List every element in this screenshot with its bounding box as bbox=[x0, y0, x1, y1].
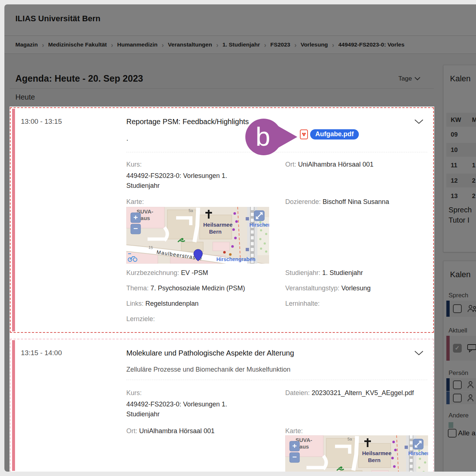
map-housenumber-5a: 5a bbox=[347, 437, 352, 441]
map-housenumber-15: 15 bbox=[148, 245, 153, 250]
studienjahr-value: 1. Studienjahr bbox=[322, 269, 363, 276]
group-label-sprechstunden: Sprech bbox=[449, 292, 468, 299]
event-accent-bar bbox=[12, 109, 15, 331]
map-label-hirschengraber: Hirschengraber bbox=[408, 450, 428, 456]
dateien-value[interactable]: 20230321_Altern_KV5_AEggel.pdf bbox=[312, 389, 414, 397]
event-card-1: 13:00 - 13:15 Reportage PSM: Feedback/Hi… bbox=[10, 107, 434, 333]
calendar-item bbox=[446, 391, 476, 404]
minus-icon: − bbox=[292, 453, 297, 461]
map-label-bern: Bern bbox=[368, 457, 380, 463]
map-label-hirschengraber: Hirschengraber bbox=[249, 222, 269, 228]
calendar-legend-swatch bbox=[449, 422, 453, 428]
breadcrumb-item-magazin[interactable]: Magazin bbox=[15, 41, 38, 48]
calendar-color-bar bbox=[446, 378, 450, 391]
kurs-label: Kurs: bbox=[126, 161, 142, 168]
chevron-right-icon: › bbox=[216, 41, 218, 48]
calendar-selection-panel: Kalen Sprech Aktuell bbox=[443, 261, 476, 472]
event-title[interactable]: Molekulare und Pathologische Aspekte der… bbox=[126, 349, 294, 357]
kw-row-day[interactable]: 2 bbox=[472, 193, 475, 200]
map-label-heilsarmee: Heilsarmee bbox=[362, 450, 391, 456]
lernziele-label: Lernziele: bbox=[126, 315, 155, 323]
map-park bbox=[416, 446, 428, 472]
lerninhalte-label: Lerninhalte: bbox=[285, 300, 320, 307]
location-map[interactable]: SUVA- Haus 5a 15 Heilsarmee Bern Hirsche… bbox=[285, 435, 428, 472]
kw-row-week[interactable]: 09 bbox=[451, 131, 458, 138]
breadcrumb-item-studienjahr[interactable]: 1. Studienjahr bbox=[223, 41, 260, 48]
minus-icon: − bbox=[133, 224, 138, 233]
map-label-heilsarmee: Heilsarmee bbox=[203, 222, 233, 228]
map-expand-button[interactable] bbox=[413, 439, 423, 449]
collapse-toggle[interactable] bbox=[414, 119, 424, 126]
studienjahr-label: Studienjahr: bbox=[285, 269, 320, 276]
chevron-right-icon: › bbox=[332, 41, 334, 48]
attachment-row: Aufgabe.pdf bbox=[300, 129, 359, 140]
map-zoom-in-button[interactable]: + bbox=[131, 213, 141, 223]
chevron-right-icon: › bbox=[161, 41, 164, 48]
ilias-app-window: ILIAS Universität Bern Magazin › Medizin… bbox=[4, 4, 476, 472]
map-zoom-out-button[interactable]: − bbox=[290, 453, 300, 462]
thema-label: Thema: bbox=[126, 285, 149, 292]
kurs-value: 449492-FS2023-0: Vorlesungen 1. Studienj… bbox=[126, 171, 253, 191]
kw-header: KW bbox=[451, 116, 461, 124]
breadcrumb-item-fakultaet[interactable]: Medizinische Fakultät bbox=[48, 41, 107, 48]
dateien-label: Dateien: bbox=[285, 389, 310, 397]
map-building bbox=[340, 471, 362, 472]
event-title[interactable]: Reportage PSM: Feedback/Highlights bbox=[126, 118, 249, 126]
group-label-persoenlich: Persön bbox=[449, 369, 468, 377]
chevron-down-icon bbox=[414, 119, 424, 124]
breadcrumb-item-kurs[interactable]: 449492-FS2023-0: Vorles bbox=[338, 41, 405, 48]
breadcrumb-item-humanmedizin[interactable]: Humanmedizin bbox=[117, 41, 157, 48]
kw-row-week[interactable]: 12 bbox=[451, 177, 458, 185]
kw-row-week[interactable]: 11 bbox=[451, 162, 457, 169]
veranstaltungstyp-label: Veranstaltungstyp: bbox=[285, 285, 339, 292]
kw-row-day[interactable]: 1 bbox=[472, 162, 475, 169]
calendar-checkbox[interactable] bbox=[453, 344, 462, 353]
location-map[interactable]: SUVA- Haus 5a 15 Heilsarmee Bern Hirsche… bbox=[126, 207, 269, 264]
thema-value: 7. Psychosoziale Medizin (PSM) bbox=[150, 285, 245, 292]
chevron-right-icon: › bbox=[42, 41, 44, 48]
people-icon bbox=[467, 304, 476, 313]
collapse-toggle[interactable] bbox=[414, 350, 424, 357]
breadcrumb-item-fs2023[interactable]: FS2023 bbox=[270, 41, 290, 48]
agenda-divider bbox=[10, 88, 434, 89]
karte-label: Karte: bbox=[285, 427, 303, 435]
event-time: 13:15 - 14:00 bbox=[21, 349, 62, 357]
kurzbezeichnung-value: EV -PSM bbox=[181, 269, 208, 276]
breadcrumb: Magazin › Medizinische Fakultät › Humanm… bbox=[4, 36, 476, 54]
attachment-link[interactable]: Aufgabe.pdf bbox=[310, 129, 359, 140]
app-header: ILIAS Universität Bern bbox=[4, 4, 476, 36]
map-housenumber-5a: 5a bbox=[189, 208, 193, 213]
map-building bbox=[213, 242, 230, 251]
day-header: M bbox=[472, 116, 476, 124]
calendar-item bbox=[446, 336, 476, 361]
breadcrumb-item-veranstaltungen[interactable]: Veranstaltungen bbox=[168, 41, 212, 48]
map-building bbox=[372, 471, 388, 472]
ort-value: UniAlhambra Hörsaal 001 bbox=[298, 161, 373, 168]
calendar-panel-title: Kalen bbox=[450, 74, 471, 83]
map-container[interactable]: SUVA- Haus 5a 15 Heilsarmee Bern Hirsche… bbox=[285, 435, 428, 472]
chevron-right-icon: › bbox=[294, 41, 297, 48]
kw-row-week[interactable]: 10 bbox=[451, 146, 458, 154]
map-zoom-out-button[interactable]: − bbox=[131, 224, 141, 234]
group-label-aktuell: Aktuell bbox=[449, 327, 467, 334]
kw-row-week[interactable]: 13 bbox=[451, 193, 458, 200]
map-zoom-in-button[interactable]: + bbox=[290, 441, 300, 451]
chevron-right-icon: › bbox=[264, 41, 266, 48]
select-all-checkbox[interactable] bbox=[448, 429, 457, 438]
calendar-checkbox[interactable] bbox=[453, 304, 462, 313]
calendar-color-bar bbox=[446, 336, 450, 361]
dozierende-label: Dozierende: bbox=[285, 198, 321, 205]
calendar-color-bar bbox=[446, 391, 450, 404]
agenda-section-label: Heute bbox=[15, 93, 35, 101]
annotation-arrow-b: b bbox=[242, 114, 302, 161]
calendar-checkbox[interactable] bbox=[453, 394, 462, 402]
view-dropdown[interactable]: Tage bbox=[398, 75, 420, 82]
kw-row-day[interactable]: 2 bbox=[472, 177, 475, 185]
map-expand-button[interactable] bbox=[254, 211, 264, 221]
calendar-checkbox[interactable] bbox=[453, 380, 462, 389]
links-value[interactable]: Regelstundenplan bbox=[145, 300, 198, 307]
breadcrumb-item-vorlesung[interactable]: Vorlesung bbox=[301, 41, 328, 48]
map-container[interactable]: SUVA- Haus 5a 15 Heilsarmee Bern Hirsche… bbox=[126, 207, 269, 264]
links-label: Links: bbox=[126, 300, 144, 307]
event-subtitle: Zelluläre Prozesse und Biomechanik der M… bbox=[126, 366, 290, 373]
